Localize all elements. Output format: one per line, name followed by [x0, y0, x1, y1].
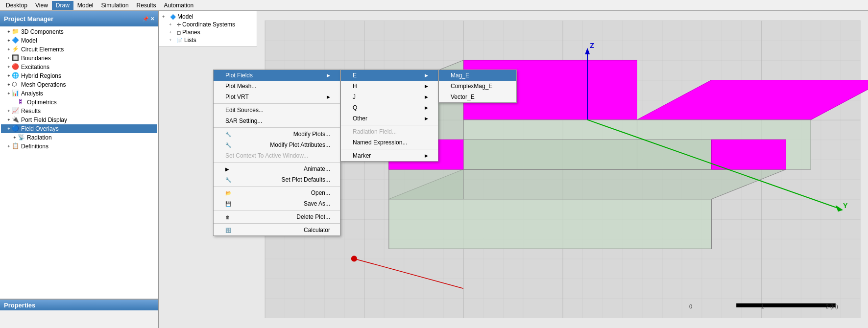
menu-item-j[interactable]: J ▶: [341, 92, 438, 102]
menu-item-h[interactable]: H ▶: [341, 81, 438, 92]
save-as-label: Save As...: [304, 200, 330, 207]
q-label: Q: [353, 104, 357, 111]
tree-item-field-overlays[interactable]: + 🔵 Field Overlays: [1, 124, 157, 133]
j-label: J: [353, 94, 356, 100]
icon-radiation: 📡: [18, 134, 25, 141]
menu-item-set-plot-defaults[interactable]: 🔧 Set Plot Defaults...: [214, 174, 340, 185]
tree-item-mesh-operations[interactable]: + ⬡ Mesh Operations: [1, 80, 157, 89]
menu-item-q[interactable]: Q ▶: [341, 102, 438, 113]
expander-3d-components: +: [6, 29, 12, 34]
menu-model[interactable]: Model: [73, 1, 97, 10]
menu-item-save-as[interactable]: 💾 Save As...: [214, 198, 340, 209]
menu-item-plot-fields[interactable]: Plot Fields ▶: [214, 70, 340, 81]
tree-item-analysis[interactable]: + 📊 Analysis: [1, 89, 157, 98]
close-icon[interactable]: ✕: [150, 16, 154, 22]
icon-right-planes: ◻: [177, 30, 181, 35]
menu-item-sar-setting[interactable]: SAR Setting...: [214, 116, 340, 126]
plot-fields-label: Plot Fields: [225, 72, 253, 79]
menu-item-delete-plot[interactable]: 🗑 Delete Plot...: [214, 211, 340, 222]
expander-model: +: [6, 38, 12, 43]
tree-item-hybrid-regions[interactable]: + 🌐 Hybrid Regions: [1, 71, 157, 80]
icon-modify-plot-attrs: 🔧: [225, 142, 231, 148]
icon-right-coord: ✛: [177, 22, 181, 27]
menu-item-plot-vrt[interactable]: Plot VRT ▶: [214, 92, 340, 102]
icon-hybrid: 🌐: [12, 72, 20, 80]
menu-draw[interactable]: Draw: [52, 1, 73, 10]
separator-1: [214, 103, 340, 104]
menu-desktop[interactable]: Desktop: [2, 1, 31, 10]
tree-item-optimetrics[interactable]: 🎛 Optimetrics: [1, 98, 157, 107]
right-tree-lists[interactable]: + 📄 Lists: [161, 36, 255, 44]
expander-mesh: +: [6, 82, 12, 87]
menu-view[interactable]: View: [31, 1, 52, 10]
menu-item-set-context: Set Context To Active Window...: [214, 150, 340, 161]
arrow-h: ▶: [425, 84, 428, 89]
pin-icon[interactable]: 📌: [143, 16, 148, 22]
menu-item-open[interactable]: 📂 Open...: [214, 187, 340, 198]
menu-item-complexmag-e[interactable]: ComplexMag_E: [439, 81, 516, 92]
label-right-model: Model: [177, 13, 193, 20]
modify-plots-label: Modify Plots...: [293, 131, 330, 138]
tree-item-circuit[interactable]: + ⚡ Circuit Elements: [1, 45, 157, 54]
right-tree-coord[interactable]: + ✛ Coordinate Systems: [161, 21, 255, 28]
mag-e-label: Mag_E: [451, 72, 469, 79]
menu-item-modify-plots[interactable]: 🔧 Modify Plots...: [214, 129, 340, 140]
icon-definitions: 📋: [12, 142, 20, 150]
tree-item-excitations[interactable]: + 🔴 Excitations: [1, 63, 157, 71]
menu-item-calculator[interactable]: 🔢 Calculator: [214, 225, 340, 235]
menu-item-modify-plot-attrs[interactable]: 🔧 Modify Plot Attributes...: [214, 140, 340, 150]
h-label: H: [353, 83, 357, 90]
context-menu-1: Plot Fields ▶ Plot Mesh... Plot VRT ▶ Ed…: [213, 70, 340, 236]
menu-results[interactable]: Results: [133, 1, 160, 10]
menu-item-e[interactable]: E ▶: [341, 70, 438, 81]
right-tree: + 🔷 Model + ✛ Coordinate Systems + ◻ Pla…: [159, 11, 257, 47]
tree-item-model[interactable]: + 🔷 Model: [1, 36, 157, 45]
icon-delete-plot: 🗑: [225, 214, 230, 220]
menu-item-mag-e[interactable]: Mag_E: [439, 70, 516, 81]
plot-mesh-label: Plot Mesh...: [225, 83, 256, 90]
label-field-overlays: Field Overlays: [21, 125, 59, 132]
animate-label: Animate...: [304, 165, 330, 172]
tree-item-boundaries[interactable]: + 🔲 Boundaries: [1, 54, 157, 63]
tree-item-port-field[interactable]: + 🔌 Port Field Display: [1, 116, 157, 124]
icon-set-plot-defaults: 🔧: [225, 177, 231, 183]
separator-2: [214, 127, 340, 128]
menu-item-animate[interactable]: ▶ Animate...: [214, 164, 340, 174]
radiation-field-label: Radiation Field...: [353, 128, 397, 135]
menu-item-marker[interactable]: Marker ▶: [341, 150, 438, 161]
menu-item-radiation-field: Radiation Field...: [341, 126, 438, 137]
icon-mesh: ⬡: [12, 81, 20, 89]
expander-radiation: +: [12, 135, 18, 140]
properties-panel: Properties: [0, 299, 158, 328]
tree-item-radiation[interactable]: + 📡 Radiation: [1, 133, 157, 142]
menu-item-plot-mesh[interactable]: Plot Mesh...: [214, 81, 340, 92]
panel-header-icons: 📌 ✕: [143, 16, 154, 22]
expander-port-field: +: [6, 117, 12, 122]
menu-item-named-expression[interactable]: Named Expression...: [341, 137, 438, 148]
tree-item-results[interactable]: + 📈 Results: [1, 107, 157, 116]
icon-open: 📂: [225, 190, 231, 196]
icon-field-overlays: 🔵: [12, 125, 20, 133]
right-tree-model[interactable]: + 🔷 Model: [161, 13, 255, 21]
set-plot-defaults-label: Set Plot Defaults...: [282, 176, 330, 183]
tree-item-3d-components[interactable]: + 📁 3D Components: [1, 27, 157, 36]
vector-e-label: Vector_E: [451, 94, 475, 100]
menu-automation[interactable]: Automation: [160, 1, 198, 10]
right-tree-planes[interactable]: + ◻ Planes: [161, 28, 255, 36]
icon-animate: ▶: [225, 166, 229, 172]
label-definitions: Definitions: [21, 143, 48, 150]
menu-item-other[interactable]: Other ▶: [341, 113, 438, 124]
expander-analysis: +: [6, 91, 12, 96]
e-label: E: [353, 72, 357, 79]
label-port-field: Port Field Display: [21, 117, 67, 123]
project-manager-header: Project Manager 📌 ✕: [0, 11, 158, 26]
menu-item-edit-sources[interactable]: Edit Sources...: [214, 105, 340, 116]
other-label: Other: [353, 115, 367, 122]
label-results: Results: [21, 108, 41, 115]
icon-right-model: 🔷: [170, 14, 176, 20]
sar-setting-label: SAR Setting...: [225, 117, 262, 124]
menu-simulation[interactable]: Simulation: [97, 1, 133, 10]
tree-item-definitions[interactable]: + 📋 Definitions: [1, 142, 157, 151]
arrow-other: ▶: [425, 116, 428, 121]
menu-item-vector-e[interactable]: Vector_E: [439, 92, 516, 102]
